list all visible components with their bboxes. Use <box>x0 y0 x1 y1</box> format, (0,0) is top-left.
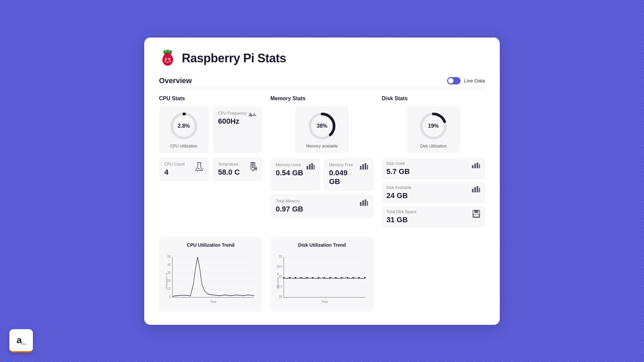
total-memory-value: 0.97 GB <box>276 205 303 214</box>
cpu-section-title: CPU Stats <box>159 96 262 102</box>
total-memory-card: Total Memory 0.97 GB <box>270 194 374 218</box>
temperature-icon: ✳ <box>249 162 257 173</box>
live-data-switch[interactable] <box>447 77 461 84</box>
svg-rect-48 <box>479 188 480 192</box>
disk-trend-chart: Disk Utilization Trend 20 19.5 19 18.5 1… <box>270 237 374 311</box>
cpu-temperature-label: Temprature <box>218 162 240 167</box>
cpu-trend-chart: CPU Utilization Trend 50 40 30 20 10 0 U… <box>159 237 262 311</box>
cpu-frequency-card: CPU Frequency 600Hz <box>213 106 262 153</box>
svg-point-19 <box>200 169 201 170</box>
svg-rect-28 <box>309 164 311 170</box>
memory-available-label: Memory available <box>306 144 338 148</box>
svg-rect-16 <box>183 113 185 115</box>
svg-point-12 <box>167 62 168 63</box>
svg-text:Utilisation %: Utilisation % <box>276 273 279 289</box>
svg-rect-43 <box>477 163 478 168</box>
svg-rect-36 <box>362 200 364 206</box>
svg-point-81 <box>294 277 296 279</box>
memory-free-card: Memory Free 0.049 GB <box>324 158 374 191</box>
cpu-bottom: CPU Count 4 Temprature 58.0 C <box>159 157 262 181</box>
save-icon <box>472 209 480 220</box>
svg-point-9 <box>166 58 167 59</box>
svg-rect-37 <box>365 199 366 206</box>
cpu-temperature-card: Temprature 58.0 C ✳ <box>213 157 262 181</box>
bar-chart-icon-1 <box>306 163 315 172</box>
total-memory-label: Total Memory <box>276 199 303 203</box>
svg-rect-45 <box>472 189 474 192</box>
svg-point-86 <box>324 277 325 279</box>
svg-point-87 <box>329 277 331 279</box>
chart-placeholder <box>382 237 485 311</box>
svg-text:30: 30 <box>167 271 171 275</box>
memory-free-value: 0.049 GB <box>329 169 360 186</box>
svg-text:19.5: 19.5 <box>276 265 282 268</box>
cpu-top: 2.8% CPU Utilization CPU Frequency 600Hz <box>159 106 262 153</box>
svg-rect-50 <box>474 210 478 213</box>
svg-rect-38 <box>367 201 368 206</box>
overview-label: Overview <box>159 76 192 85</box>
svg-rect-30 <box>314 165 315 170</box>
svg-rect-47 <box>477 186 478 192</box>
memory-section-title: Memory Stats <box>270 96 374 102</box>
disk-section-title: Disk Stats <box>382 96 485 102</box>
svg-text:20: 20 <box>167 279 171 283</box>
disk-trend-title: Disk Utilization Trend <box>276 242 368 248</box>
memory-used-card: Memory Used 0.54 GB <box>270 158 320 191</box>
svg-text:40: 40 <box>167 263 171 266</box>
disk-total-label: Total Disk Space <box>386 209 416 214</box>
terminal-label: a_ <box>16 335 25 346</box>
live-data-label: Live Data <box>464 78 485 83</box>
cpu-trend-title: CPU Utilization Trend <box>164 242 257 248</box>
svg-text:19: 19 <box>279 275 282 279</box>
svg-rect-44 <box>479 164 480 168</box>
bar-chart-icon-3 <box>360 199 368 208</box>
svg-rect-29 <box>311 163 313 170</box>
memory-used-label: Memory Used <box>276 163 303 167</box>
svg-text:Utilisation %: Utilisation % <box>165 273 168 289</box>
svg-text:18: 18 <box>279 295 282 299</box>
svg-point-89 <box>341 277 342 279</box>
svg-rect-32 <box>362 164 364 170</box>
disk-used-card: Disk Used 5.7 GB <box>382 158 485 179</box>
divider <box>159 88 485 88</box>
svg-text:50: 50 <box>167 255 171 258</box>
memory-section: Memory Stats 38% Memory available <box>270 96 374 228</box>
svg-point-93 <box>364 277 365 279</box>
svg-point-88 <box>335 277 336 279</box>
svg-rect-33 <box>365 163 366 170</box>
cpu-donut: 2.8% <box>169 111 199 141</box>
app-header: Raspberry Pi Stats <box>159 50 485 67</box>
svg-rect-31 <box>360 166 362 170</box>
svg-point-82 <box>301 277 302 279</box>
svg-point-84 <box>312 277 313 279</box>
main-card: Raspberry Pi Stats Overview Live Data CP… <box>144 38 500 325</box>
disk-grid: Disk Used 5.7 GB Disk Available 24 GB <box>382 158 485 228</box>
svg-point-10 <box>169 58 170 59</box>
svg-text:20: 20 <box>279 255 282 258</box>
memory-donut: 38% <box>307 111 337 141</box>
cpu-temperature-value: 58.0 C <box>218 168 240 177</box>
svg-point-18 <box>198 168 199 169</box>
disk-utilisation-card: 19% Disk Utilisation <box>407 106 460 153</box>
svg-point-80 <box>289 277 290 279</box>
cpu-frequency-label: CPU Frequency <box>218 111 247 116</box>
cpu-trend-svg: 50 40 30 20 10 0 Utilisation % Time <box>164 251 257 305</box>
svg-rect-46 <box>474 187 476 192</box>
svg-point-3 <box>162 54 173 66</box>
svg-text:0: 0 <box>169 295 171 299</box>
svg-point-11 <box>165 61 166 62</box>
svg-rect-35 <box>360 202 362 206</box>
svg-text:Time: Time <box>321 300 328 304</box>
terminal-badge[interactable]: a_ <box>9 329 33 353</box>
memory-available-card: 38% Memory available <box>295 106 349 153</box>
svg-text:Time: Time <box>210 300 216 304</box>
disk-used-label: Disk Used <box>386 161 410 166</box>
cpu-count-label: CPU Count <box>164 162 185 167</box>
disk-total-card: Total Disk Space 31 GB <box>382 206 485 228</box>
disk-available-label: Disk Available <box>386 185 411 190</box>
disk-top: 19% Disk Utilisation <box>382 106 485 153</box>
live-data-toggle[interactable]: Live Data <box>447 77 485 84</box>
svg-rect-41 <box>472 165 474 168</box>
svg-point-13 <box>169 61 171 62</box>
svg-text:10: 10 <box>167 287 171 291</box>
